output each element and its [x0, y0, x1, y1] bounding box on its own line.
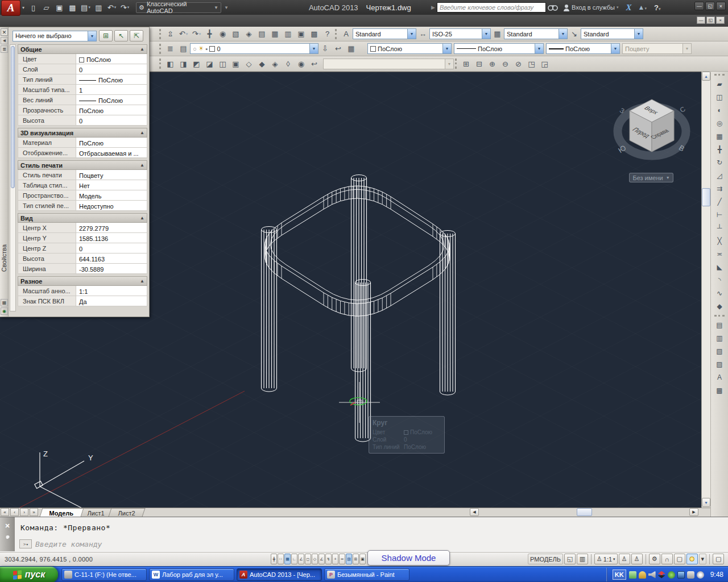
layer-freeze-icon[interactable]: ☀	[198, 45, 204, 52]
qat-button-print[interactable]: ▥	[92, 2, 105, 13]
hscrollbar-thumb[interactable]	[577, 508, 592, 516]
scroll-up-icon[interactable]: ▲	[702, 72, 710, 81]
scrollbar-thumb[interactable]	[702, 188, 710, 206]
toggle-osnap-3d[interactable]: ◇	[312, 554, 318, 564]
status-toolbar-lock[interactable]: ∩	[661, 554, 673, 564]
qat-button-save-as[interactable]: ▩	[66, 2, 79, 13]
application-menu-arrow-icon[interactable]: ▾	[22, 5, 24, 10]
tool-layer-walk[interactable]: ▦	[345, 43, 358, 55]
viewcube-ucs-menu[interactable]: Без имени▼	[629, 173, 673, 182]
palette-select-objects[interactable]: ↖	[114, 30, 128, 41]
scroll-left-icon[interactable]: ◀	[470, 508, 479, 516]
status-quick-view-layouts[interactable]: ▥	[577, 554, 588, 564]
tool-redo[interactable]: ↷	[190, 28, 203, 40]
tool-view-nw-isometric[interactable]: ◊	[282, 57, 295, 70]
shadow-mode-button[interactable]: Shadow Mode	[367, 550, 450, 566]
property-value[interactable]: -30.5889	[76, 264, 147, 273]
lineweight-combo[interactable]: ПоСлою▼	[546, 43, 620, 54]
tab-layout2[interactable]: Лист2	[108, 508, 145, 517]
task-autocad-window[interactable]: A AutoCAD 2013 - [Чер...	[237, 568, 322, 581]
doc-window-doc-close[interactable]: ×	[716, 16, 725, 24]
tool-zoom-window[interactable]: ▧	[229, 28, 242, 40]
modify-break[interactable]: ╳	[713, 235, 726, 247]
layer-on-icon[interactable]: ○	[193, 45, 197, 52]
palette-close-icon[interactable]: ✕	[1, 28, 8, 36]
tab-nav-first[interactable]: «	[1, 508, 9, 516]
tool-publish[interactable]: ⇫	[164, 28, 177, 40]
property-row[interactable]: Стиль печати Поцвету	[18, 170, 147, 180]
collapse-icon[interactable]: ▲	[140, 130, 144, 135]
tool-previous-view[interactable]: ↩	[308, 57, 321, 70]
property-value[interactable]: Поцвету	[76, 170, 147, 180]
modify-stretch[interactable]: ⇉	[713, 182, 726, 195]
chevron-down-icon[interactable]: ▼	[634, 29, 643, 39]
property-row[interactable]: Высота 644.1163	[18, 253, 147, 264]
property-value[interactable]: ПоСлою	[76, 74, 147, 84]
menu-dimension[interactable]	[113, 20, 125, 22]
toggle-quick-properties[interactable]: ⊞	[353, 554, 359, 564]
menu-draw[interactable]	[100, 20, 113, 22]
modify-explode[interactable]: ◆	[713, 300, 726, 313]
tray-flash-card[interactable]	[629, 571, 636, 579]
qat-button-save[interactable]: ▣	[53, 2, 66, 13]
toggle-snap[interactable]: ∷	[278, 554, 284, 564]
modify-rotate[interactable]: ↻	[713, 156, 726, 169]
section-header[interactable]: Вид▲	[18, 213, 147, 223]
table-style-combo[interactable]: Standard▼	[504, 28, 568, 39]
menu-help[interactable]	[163, 20, 175, 22]
palette-autohide-icon[interactable]: ◄	[1, 37, 8, 44]
toggle-polar[interactable]: ∠	[298, 554, 304, 564]
property-value[interactable]: Отбрасываемая и ...	[76, 148, 147, 157]
toggle-lwt[interactable]: ━	[339, 554, 345, 564]
status-menu-button[interactable]: ▾	[699, 554, 707, 564]
menu-window[interactable]	[150, 20, 163, 22]
modify-fillet[interactable]: ◝	[713, 274, 726, 286]
search-input[interactable]	[437, 2, 546, 13]
property-value[interactable]: Модель	[76, 190, 147, 200]
property-value[interactable]: Нет	[76, 180, 147, 190]
tool-view-se-isometric[interactable]: ◆	[255, 57, 268, 70]
window-minimize[interactable]: —	[694, 2, 704, 10]
menu-view[interactable]	[50, 20, 63, 22]
tool-view-sw-isometric[interactable]: ◇	[242, 57, 255, 70]
command-window[interactable]: ✕ Команда: *Прервано* >▾	[0, 517, 728, 551]
selection-combo[interactable]: Ничего не выбрано▼	[13, 31, 97, 41]
toggle-osnap[interactable]: ◻	[305, 554, 311, 564]
chevron-down-icon[interactable]: ▼	[442, 44, 451, 53]
property-value[interactable]: Да	[76, 296, 147, 306]
modify-mirror[interactable]: ◐	[713, 104, 726, 117]
chevron-down-icon[interactable]: ▼	[535, 44, 543, 53]
task-paint-window[interactable]: P Безымянный - Paint	[324, 568, 410, 581]
modify-copy[interactable]: ◫	[713, 91, 726, 103]
modify-join[interactable]: ≍	[713, 248, 726, 260]
toggle-transparency[interactable]: ▨	[346, 554, 352, 564]
collapse-icon[interactable]: ▲	[140, 215, 144, 221]
palette-quick-select[interactable]: ⇱	[130, 30, 143, 41]
draworder-send-to-back[interactable]: ▥	[713, 332, 726, 344]
status-hardware-acceleration[interactable]: ▢	[674, 554, 685, 564]
sign-in-button[interactable]: Вход в службы ▾	[563, 4, 619, 11]
property-row[interactable]: Центр Y 1585.1136	[18, 233, 147, 243]
named-view-combo[interactable]: ▼	[323, 59, 454, 69]
property-row[interactable]: Цвет ПоСлою	[18, 54, 147, 64]
modify-move[interactable]: ╋	[713, 143, 726, 156]
draworder-hatch-to-back[interactable]: ▩	[713, 384, 726, 397]
workspace-switcher[interactable]: ⚙ Классический AutoCAD ▼	[136, 2, 221, 13]
menu-parametric[interactable]	[138, 20, 150, 22]
tool-view-right[interactable]: ◪	[203, 57, 216, 70]
chevron-down-icon[interactable]: ▼	[445, 59, 453, 69]
property-value[interactable]: 1585.1136	[76, 233, 147, 243]
status-auto-annotation-scale[interactable]: ♙	[631, 554, 643, 564]
tray-keys[interactable]	[639, 571, 646, 579]
toggle-otrack[interactable]: ∠	[318, 554, 325, 564]
layer-combo[interactable]: ○ ☀ ▪ 0 ▼	[190, 43, 318, 54]
tab-nav-next[interactable]: ›	[20, 508, 28, 516]
property-row[interactable]: Таблица стил... Нет	[18, 180, 147, 190]
tool-camera[interactable]: ◉	[295, 57, 308, 70]
tool-sheet-set-manager[interactable]: ▣	[295, 28, 308, 40]
toggle-grid[interactable]: ▦	[284, 554, 291, 564]
tool-layer-previous[interactable]: ↩	[332, 43, 345, 55]
tool-quick-calc[interactable]: ▩	[308, 28, 321, 40]
toggle-selection-cycling[interactable]: ▣	[359, 554, 366, 564]
palette-settings-icon[interactable]: ▦	[1, 299, 8, 306]
